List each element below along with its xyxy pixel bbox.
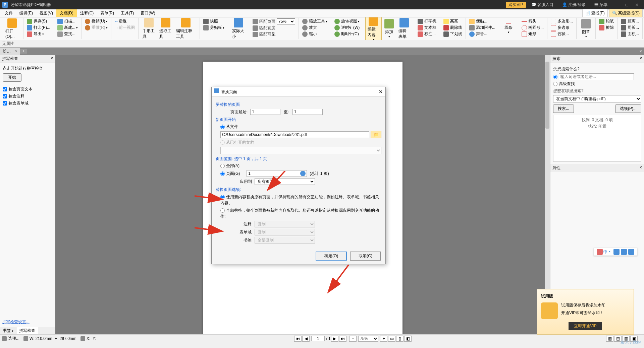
scan-button[interactable]: 扫描...	[56, 18, 79, 24]
add-tab-button[interactable]: +	[20, 49, 27, 54]
doctab-close-icon[interactable]: ×	[15, 49, 17, 54]
rotate-cw-button[interactable]: 顺时针(C)	[333, 31, 361, 37]
add-content-button[interactable]: 添加	[382, 18, 396, 39]
arrow-button[interactable]: 箭头...	[520, 18, 545, 24]
buy-vip-button[interactable]: 购买VIP	[506, 2, 526, 8]
hand-tool[interactable]: 手形工具	[141, 17, 157, 40]
main-menu-button[interactable]: ☰ 菜单	[591, 1, 611, 8]
menu-file[interactable]: 文件	[1, 9, 16, 17]
fit-button-2[interactable]: ▯	[396, 336, 404, 342]
fit-visible-button[interactable]: 匹配可见	[251, 31, 297, 38]
layout-btn-1[interactable]: ▦	[606, 336, 613, 342]
spellcheck-start-button[interactable]: 开始	[3, 73, 21, 82]
search-scope-select[interactable]: 在当前文档中 ("盼望着.pdf")	[553, 95, 641, 102]
left-panel-close-icon[interactable]: ×	[51, 56, 53, 62]
zoom-select[interactable]: 75%	[277, 18, 295, 24]
new-button[interactable]: 新建...	[56, 24, 79, 31]
menu-document[interactable]: 文档(D)	[56, 9, 77, 17]
typewriter-button[interactable]: 打字机	[416, 18, 438, 24]
rotate-ccw-button[interactable]: 逆时针(W)	[333, 24, 361, 31]
attach-button[interactable]: 添加附件...	[468, 24, 497, 31]
support-button[interactable]: 💬 客服入口	[528, 1, 557, 8]
scrollbar-thumb[interactable]	[545, 62, 549, 129]
snapshot-button[interactable]: 快照	[202, 18, 226, 24]
search-input[interactable]	[559, 73, 634, 80]
strikeout-button[interactable]: 删除线	[442, 24, 464, 31]
ribbon-find-button[interactable]: 查找...	[56, 31, 79, 37]
select-tool[interactable]: 选取工具	[157, 17, 174, 40]
adv-search-radio[interactable]: 高级查找	[553, 81, 641, 87]
edit-form-button[interactable]: 编辑表单	[396, 17, 412, 40]
login-button[interactable]: 👤 注册/登录	[559, 1, 589, 8]
chk-comments[interactable]: 包含注释	[3, 93, 52, 99]
search-options-button[interactable]: 选项(P)...	[615, 105, 641, 113]
ime-toolbar[interactable]: 中 •,	[594, 248, 637, 256]
clipboard-button[interactable]: 剪贴板	[202, 24, 226, 31]
ime-grid-icon[interactable]	[628, 249, 634, 255]
tab-spellcheck[interactable]: 拼写检查	[16, 327, 38, 334]
polygon2-button[interactable]: 多边形	[549, 24, 574, 31]
radio-opt1-input[interactable]	[220, 195, 225, 199]
actual-size-button[interactable]: 实际大小	[230, 17, 247, 40]
sound-button[interactable]: 声音...	[468, 31, 497, 37]
minimize-button[interactable]: ─	[612, 2, 622, 7]
redo-button[interactable]: 重做(R)	[84, 24, 109, 31]
chk-page-text[interactable]: 包含页面文本	[3, 86, 52, 92]
radio-opt1[interactable]: 使用新内容替换原有页面，并保持现有的所有交互功能，例如注释、表单域、书签相关内容…	[220, 195, 379, 205]
prev-page-button[interactable]: ◀	[302, 336, 310, 342]
radio-pages-input[interactable]	[220, 171, 225, 176]
page-to-input[interactable]	[292, 109, 323, 115]
polygon1-button[interactable]: 多边形...	[549, 18, 574, 24]
menu-window[interactable]: 窗口(W)	[137, 9, 158, 17]
close-button[interactable]: ✕	[632, 2, 642, 7]
search-button[interactable]: 搜索...	[553, 105, 574, 113]
document-tab[interactable]: 盼望着 ×	[0, 48, 20, 55]
zoom-in-button[interactable]: 放大	[301, 24, 329, 31]
zoom-status-select[interactable]: 75%	[358, 336, 378, 342]
page-from-input[interactable]	[250, 109, 280, 115]
edit-comment-tool[interactable]: 编辑注释工具	[174, 17, 198, 40]
advanced-find-link[interactable]: 🔍 高级查找(S)	[609, 9, 643, 17]
rect-button[interactable]: 矩形...	[520, 31, 545, 37]
ellipse-button[interactable]: 椭圆形...	[520, 24, 545, 31]
alignment-button[interactable]: 标注...	[416, 31, 438, 37]
open-button[interactable]: 打开(O)...	[3, 18, 21, 40]
print-button[interactable]: 打印(P)...	[25, 24, 52, 31]
pages-input[interactable]	[247, 170, 307, 177]
ime-lang[interactable]: 中	[603, 249, 607, 255]
menu-edit[interactable]: 编辑(E)	[16, 9, 36, 17]
fit-page-button[interactable]: 匹配页面 75%	[251, 18, 297, 25]
eraser-button[interactable]: 擦除	[598, 24, 615, 31]
search-panel-close-icon[interactable]: ×	[640, 56, 642, 62]
cancel-button[interactable]: 取消(C)	[350, 252, 381, 261]
radio-from-file[interactable]: 从文件	[220, 124, 238, 129]
prevview-button[interactable]: → 前一视图	[113, 24, 136, 31]
textbox-button[interactable]: 文本框	[416, 24, 438, 31]
sticky-button[interactable]: 便贴...	[468, 18, 497, 24]
fit-button-3[interactable]: ◧	[404, 336, 412, 342]
close-all-tabs-button[interactable]: ×	[637, 49, 644, 54]
last-page-button[interactable]: ⏭	[339, 336, 346, 342]
save-button[interactable]: 保存(S)	[25, 18, 52, 24]
chk-comments-input[interactable]	[3, 94, 7, 98]
properties-close-icon[interactable]: ×	[640, 165, 642, 171]
radio-all-input[interactable]	[220, 164, 225, 168]
zoom-out-status-button[interactable]: −	[349, 336, 357, 342]
spellcheck-settings-link[interactable]: 拼写检查设置...	[2, 320, 30, 324]
radio-from-opened-input[interactable]	[220, 140, 225, 145]
status-gear[interactable]: 选项...	[2, 336, 19, 341]
chk-forms[interactable]: 包含表单域	[3, 100, 52, 106]
zoom-out-button[interactable]: 缩小	[301, 31, 329, 37]
back-button[interactable]: ← 后退	[113, 18, 136, 24]
cloud-button[interactable]: 云状...	[549, 31, 574, 37]
chk-page-text-input[interactable]	[3, 87, 7, 91]
edit-content-button[interactable]: 编辑内容	[365, 17, 381, 40]
ok-button[interactable]: 确定(O)	[316, 252, 347, 261]
zoom-tool-button[interactable]: 缩放工具	[301, 18, 329, 24]
underline-button[interactable]: 下划线	[442, 31, 464, 37]
browse-button[interactable]: 📁	[371, 131, 381, 138]
area-button[interactable]: 面积...	[620, 31, 640, 37]
menu-view[interactable]: 视图(V)	[36, 9, 56, 17]
undo-button[interactable]: 撤销(U)	[84, 18, 109, 24]
chk-forms-input[interactable]	[3, 101, 7, 106]
